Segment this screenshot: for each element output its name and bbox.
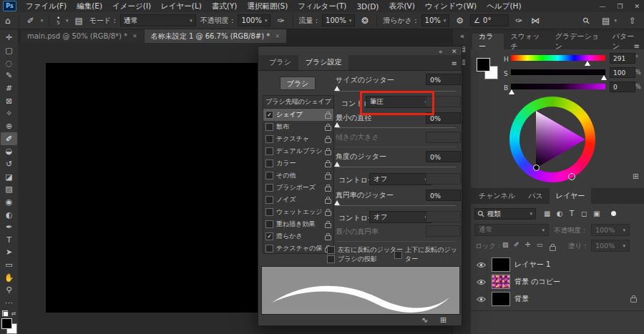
lock-icon[interactable] bbox=[325, 211, 331, 216]
foreground-color-swatch[interactable] bbox=[477, 58, 490, 72]
move-tool[interactable]: ✛ bbox=[1, 31, 17, 44]
new-brush-icon[interactable]: ⊞ bbox=[440, 315, 447, 325]
list-item-brush-pose[interactable]: ブラシポーズ bbox=[263, 182, 333, 194]
lock-icon[interactable] bbox=[325, 175, 331, 180]
lasso-tool[interactable]: ◌ bbox=[1, 57, 17, 69]
eyedropper-tool[interactable]: ✧ bbox=[1, 107, 17, 120]
list-item-texture[interactable]: テクスチャ bbox=[263, 133, 333, 145]
hue-slider[interactable] bbox=[511, 55, 605, 61]
hue-value[interactable]: 291 bbox=[610, 53, 635, 64]
list-item-color-dynamics[interactable]: カラー bbox=[263, 157, 333, 170]
close-icon[interactable]: ✕ bbox=[275, 33, 280, 39]
visibility-eye-icon[interactable] bbox=[475, 291, 487, 307]
visibility-eye-icon[interactable] bbox=[475, 257, 487, 272]
dodge-tool[interactable]: ◐ bbox=[1, 208, 17, 221]
menu-layer[interactable]: レイヤー(L) bbox=[156, 0, 207, 12]
collapse-dock-icon[interactable]: « bbox=[457, 32, 468, 42]
symmetry-icon[interactable]: ⋈ bbox=[529, 16, 542, 26]
checkbox[interactable] bbox=[265, 135, 273, 143]
default-colors-icon[interactable] bbox=[2, 310, 9, 317]
brightness-value[interactable]: 0 bbox=[610, 82, 635, 92]
saturation-slider-handle[interactable] bbox=[601, 75, 607, 80]
blur-tool[interactable]: ◉ bbox=[1, 196, 17, 209]
flow-select[interactable]: 100% ▾ bbox=[322, 14, 355, 26]
marquee-tool[interactable]: ▢ bbox=[1, 44, 17, 57]
saturation-slider[interactable] bbox=[511, 69, 605, 75]
brightness-slider[interactable] bbox=[511, 84, 605, 89]
checkbox[interactable] bbox=[265, 111, 273, 119]
tab-swatches[interactable]: スウォッチ bbox=[504, 34, 548, 49]
shape-filter-icon[interactable]: ◻ bbox=[581, 210, 587, 217]
lock-transparent-icon[interactable]: ▨ bbox=[502, 241, 509, 248]
hue-ring-marker[interactable] bbox=[568, 173, 575, 180]
brush-tip-shape-item[interactable]: ブラシ先端のシェイプ bbox=[263, 96, 333, 109]
list-item-noise[interactable]: ノイズ bbox=[263, 194, 333, 206]
adjustment-filter-icon[interactable]: ◐ bbox=[557, 210, 563, 217]
zoom-tool[interactable]: ⚲ bbox=[1, 284, 17, 297]
panel-menu-icon[interactable]: ≡ bbox=[452, 59, 457, 67]
slider-handle[interactable] bbox=[334, 200, 340, 205]
opacity-select[interactable]: 100% ▾ bbox=[238, 14, 270, 26]
flip-x-jitter-checkbox-item[interactable]: 左右に反転のジッター bbox=[327, 245, 403, 255]
layer-name[interactable]: 背景 bbox=[514, 294, 626, 304]
swap-colors-icon[interactable]: ⇄ bbox=[11, 310, 16, 317]
list-item-build-up[interactable]: 重ね描き効果 bbox=[263, 218, 333, 230]
minimize-icon[interactable]: — bbox=[599, 3, 605, 10]
slider-handle[interactable] bbox=[334, 122, 340, 127]
brush-settings-panel-toggle-icon[interactable]: ▤ bbox=[72, 16, 84, 26]
eraser-tool[interactable]: ◪ bbox=[1, 170, 17, 183]
hue-slider-handle[interactable] bbox=[585, 61, 590, 66]
checkbox[interactable] bbox=[265, 184, 273, 192]
brightness-slider-handle[interactable] bbox=[509, 89, 514, 94]
pixel-filter-icon[interactable]: ▦ bbox=[544, 210, 550, 217]
lock-move-icon[interactable]: ✛ bbox=[525, 241, 531, 248]
checkbox[interactable] bbox=[265, 208, 273, 216]
slider-handle[interactable] bbox=[334, 86, 340, 91]
brush-angle-field[interactable]: ∠ 0° bbox=[470, 14, 509, 26]
checkbox[interactable] bbox=[265, 232, 273, 240]
layer-name[interactable]: レイヤー 1 bbox=[514, 260, 644, 270]
blend-mode-select[interactable]: 通常 ▾ bbox=[474, 224, 549, 236]
checkbox[interactable] bbox=[265, 159, 273, 167]
min-diameter-slider[interactable] bbox=[336, 127, 456, 128]
menu-type[interactable]: 書式(Y) bbox=[207, 0, 243, 12]
foreground-color-swatch[interactable] bbox=[1, 318, 12, 329]
saturation-value[interactable]: 100 bbox=[610, 67, 635, 78]
workspace-switcher-icon[interactable]: ▤ bbox=[600, 16, 612, 26]
tab-color[interactable]: カラー bbox=[472, 34, 504, 49]
layer-row[interactable]: 背景 bbox=[471, 291, 644, 307]
roundness-control-select[interactable]: オフ ▾ bbox=[369, 211, 431, 223]
checkbox[interactable] bbox=[265, 172, 273, 180]
checkbox[interactable] bbox=[265, 245, 273, 252]
menu-3d[interactable]: 3D(D) bbox=[351, 0, 384, 12]
menu-help[interactable]: ヘルプ(H) bbox=[482, 0, 526, 12]
slider-handle[interactable] bbox=[334, 162, 340, 167]
menu-select[interactable]: 選択範囲(S) bbox=[242, 0, 293, 12]
layer-thumbnail[interactable] bbox=[492, 292, 510, 306]
menu-view[interactable]: 表示(V) bbox=[384, 0, 419, 12]
layer-row[interactable]: 背景 のコピー bbox=[471, 274, 644, 290]
lock-paint-icon[interactable]: ✐ bbox=[514, 241, 519, 248]
fill-select[interactable]: 100% ▾ bbox=[591, 240, 630, 252]
menu-file[interactable]: ファイル(F) bbox=[21, 0, 72, 12]
list-item-protect-texture[interactable]: テクスチャの保護 bbox=[263, 242, 333, 255]
lock-icon[interactable] bbox=[325, 199, 331, 204]
lock-icon[interactable] bbox=[325, 235, 331, 240]
angle-control-select[interactable]: オフ ▾ bbox=[369, 173, 431, 185]
more-tools-icon[interactable]: ⋯ bbox=[1, 297, 17, 310]
gradient-tool[interactable]: ▨ bbox=[1, 183, 17, 196]
frame-tool[interactable]: ⊠ bbox=[1, 94, 17, 107]
size-jitter-value[interactable]: 0% bbox=[426, 74, 461, 85]
lock-icon[interactable] bbox=[325, 150, 331, 155]
smart-object-filter-icon[interactable]: ▣ bbox=[593, 210, 600, 217]
lock-icon[interactable] bbox=[325, 162, 331, 167]
menu-window[interactable]: ウィンドウ(W) bbox=[420, 0, 482, 12]
chevron-down-icon[interactable]: ▾ bbox=[66, 18, 69, 24]
color-point-marker[interactable] bbox=[533, 164, 540, 171]
close-icon[interactable]: ✕ bbox=[132, 33, 137, 39]
checkbox[interactable] bbox=[265, 220, 273, 228]
list-item-smoothing[interactable]: 滑らかさ bbox=[263, 230, 333, 242]
list-item-dual-brush[interactable]: デュアルブラシ bbox=[263, 145, 333, 157]
layer-name[interactable]: 背景 のコピー bbox=[514, 277, 644, 287]
list-item-transfer[interactable]: その他 bbox=[263, 170, 333, 182]
